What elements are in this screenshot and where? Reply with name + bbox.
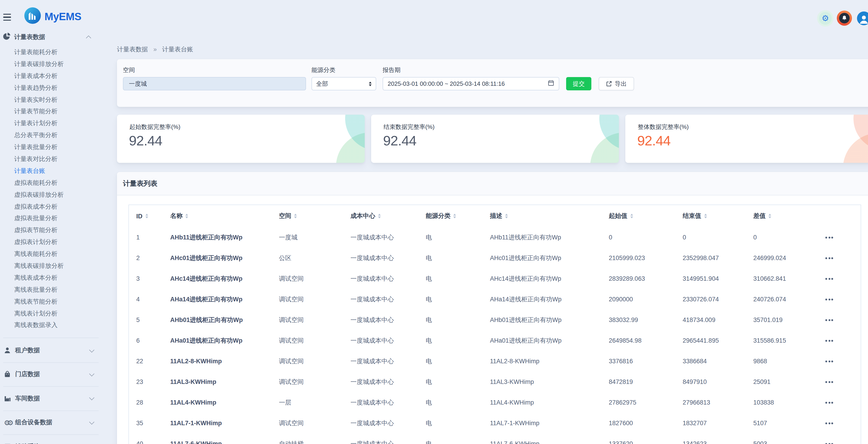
column-header-ID[interactable]: ID <box>136 213 170 220</box>
sidebar-item[interactable]: 计量表实时分析 <box>0 94 110 106</box>
export-button[interactable]: 导出 <box>599 77 634 90</box>
gears-icon: ⚙⚙ <box>3 419 11 426</box>
submit-button[interactable]: 提交 <box>566 77 591 90</box>
sidebar-item[interactable]: 总分表平衡分析 <box>0 129 110 141</box>
row-actions-button[interactable] <box>825 317 861 323</box>
column-header-差值[interactable]: 差值 <box>753 212 825 220</box>
export-icon <box>606 81 612 87</box>
column-header-能源分类[interactable]: 能源分类 <box>426 212 490 220</box>
table-cell: 27966813 <box>683 399 753 406</box>
sidebar-item[interactable]: 虚拟表计划分析 <box>0 236 110 248</box>
table-cell: 电 <box>426 357 490 365</box>
table-row: 2311AL3-KWHimp调试空间一度城成本中心电11AL3-KWHimp84… <box>129 372 861 392</box>
table-cell: 40 <box>136 440 170 444</box>
table-cell: AHa14进线柜正向有功Wp <box>490 295 609 304</box>
row-actions-button[interactable] <box>825 255 861 261</box>
column-header-成本中心[interactable]: 成本中心 <box>350 212 426 220</box>
breadcrumb-parent[interactable]: 计量表数据 <box>117 46 148 53</box>
table-row: 5AHb01进线柜正向有功Wp调试空间一度城成本中心电AHb01进线柜正向有功W… <box>129 310 861 330</box>
sidebar-item[interactable]: 计量表趋势分析 <box>0 82 110 94</box>
column-header-空间[interactable]: 空间 <box>279 212 350 220</box>
notifications-bell-icon[interactable] <box>837 10 852 26</box>
column-header-label: 名称 <box>170 212 183 220</box>
sidebar-item[interactable]: 离线表数据录入 <box>0 319 110 331</box>
sidebar-item[interactable]: 计量表碳排放分析 <box>0 58 110 70</box>
row-actions-button[interactable] <box>825 296 861 302</box>
table-cell: 一度城 <box>279 233 350 242</box>
sidebar-item[interactable]: 虚拟表碳排放分析 <box>0 189 110 201</box>
row-actions-button[interactable] <box>825 276 861 281</box>
user-avatar-icon[interactable] <box>857 11 868 25</box>
space-input[interactable]: 一度城 <box>123 77 306 90</box>
settings-icon[interactable]: ⚙ <box>819 12 832 25</box>
sidebar-item[interactable]: 计量表对比分析 <box>0 153 110 165</box>
sidebar-item[interactable]: 计量表批量分析 <box>0 141 110 153</box>
chevron-down-icon <box>89 347 94 352</box>
sidebar-item[interactable]: 离线表成本分析 <box>0 272 110 284</box>
table-row: 6AHa01进线柜正向有功Wp调试空间一度城成本中心电AHa01进线柜正向有功W… <box>129 330 861 351</box>
sidebar-item[interactable]: 虚拟表成本分析 <box>0 201 110 213</box>
card-corner-decoration <box>296 115 365 163</box>
energy-category-label: 能源分类 <box>311 66 335 74</box>
table-cell: 一度城成本中心 <box>350 337 426 345</box>
sort-icon <box>294 214 297 218</box>
sidebar-item[interactable]: 离线表能耗分析 <box>0 248 110 260</box>
table-cell: 6 <box>136 337 170 344</box>
sidebar-item[interactable]: 离线表计划分析 <box>0 308 110 319</box>
table-cell: 一度城成本中心 <box>350 254 426 262</box>
table-cell: 22 <box>136 358 170 364</box>
sidebar-item[interactable]: 离线表节能分析 <box>0 296 110 308</box>
row-actions-button[interactable] <box>825 379 861 385</box>
column-header-起始值[interactable]: 起始值 <box>609 212 683 220</box>
sidebar-item[interactable]: 虚拟表批量分析 <box>0 213 110 224</box>
row-actions-button[interactable] <box>825 234 861 240</box>
row-actions-button[interactable] <box>825 358 861 364</box>
sidebar-item[interactable]: 计量表台账 <box>0 165 110 177</box>
sidebar: 计量表数据 计量表能耗分析计量表碳排放分析计量表成本分析计量表趋势分析计量表实时… <box>0 0 110 444</box>
stat-card-overall-integrity: 整体数据完整率(%) 92.44 <box>625 115 868 163</box>
table-cell: 2352998.047 <box>683 255 753 261</box>
monitor-icon <box>3 443 11 444</box>
sidebar-group-2[interactable]: 门店数据 <box>3 362 103 386</box>
sidebar-item[interactable]: 虚拟表节能分析 <box>0 224 110 236</box>
sidebar-item[interactable]: 计量表计划分析 <box>0 118 110 130</box>
report-period-value: 2025-03-01 00:00:00 ~ 2025-03-14 08:11:1… <box>388 80 505 87</box>
table-cell: 2330726.074 <box>683 296 753 303</box>
report-period-label: 报告期 <box>383 66 401 74</box>
sidebar-group-label: 车间数据 <box>15 394 40 403</box>
breadcrumb: 计量表数据 » 计量表台账 <box>117 45 193 54</box>
table-cell: 5107 <box>753 420 825 426</box>
table-cell: AHa01进线柜正向有功Wp <box>170 337 279 345</box>
energy-select-value: 全部 <box>316 80 328 88</box>
sidebar-group-partial[interactable]: 辅助系统 <box>3 435 103 444</box>
sidebar-group-label: 辅助系统 <box>15 443 40 444</box>
sidebar-item[interactable]: 计量表节能分析 <box>0 106 110 118</box>
column-header-名称[interactable]: 名称 <box>170 212 279 220</box>
sidebar-item[interactable]: 离线表批量分析 <box>0 284 110 296</box>
table-cell: 3 <box>136 275 170 282</box>
table-cell: 11AL7-6-KWHimp <box>170 440 279 444</box>
sidebar-item[interactable]: 离线表碳排放分析 <box>0 260 110 272</box>
sidebar-group-1[interactable]: 租户数据 <box>3 339 103 362</box>
row-actions-button[interactable] <box>825 420 861 426</box>
table-cell: 418734.009 <box>683 316 753 323</box>
chevron-down-icon <box>89 371 94 376</box>
sidebar-item[interactable]: 计量表成本分析 <box>0 70 110 82</box>
calendar-icon <box>548 80 554 88</box>
sidebar-section-meter-data[interactable]: 计量表数据 <box>3 32 103 42</box>
row-actions-button[interactable] <box>825 441 861 444</box>
row-actions-button[interactable] <box>825 400 861 405</box>
table-cell: 一度城成本中心 <box>350 275 426 283</box>
report-period-input[interactable]: 2025-03-01 00:00:00 ~ 2025-03-14 08:11:1… <box>383 77 559 90</box>
column-header-描述[interactable]: 描述 <box>490 212 609 220</box>
sidebar-group-4[interactable]: ⚙⚙组合设备数据 <box>3 411 103 434</box>
sidebar-item[interactable]: 计量表能耗分析 <box>0 46 110 58</box>
table-cell: 公区 <box>279 254 350 262</box>
table-cell: 103838 <box>753 399 825 406</box>
column-header-结束值[interactable]: 结束值 <box>683 212 753 220</box>
energy-category-select[interactable]: 全部 <box>311 77 376 90</box>
sidebar-item[interactable]: 虚拟表能耗分析 <box>0 177 110 189</box>
sidebar-group-3[interactable]: 车间数据 <box>3 386 103 410</box>
row-actions-button[interactable] <box>825 338 861 343</box>
breadcrumb-current: 计量表台账 <box>162 46 193 53</box>
